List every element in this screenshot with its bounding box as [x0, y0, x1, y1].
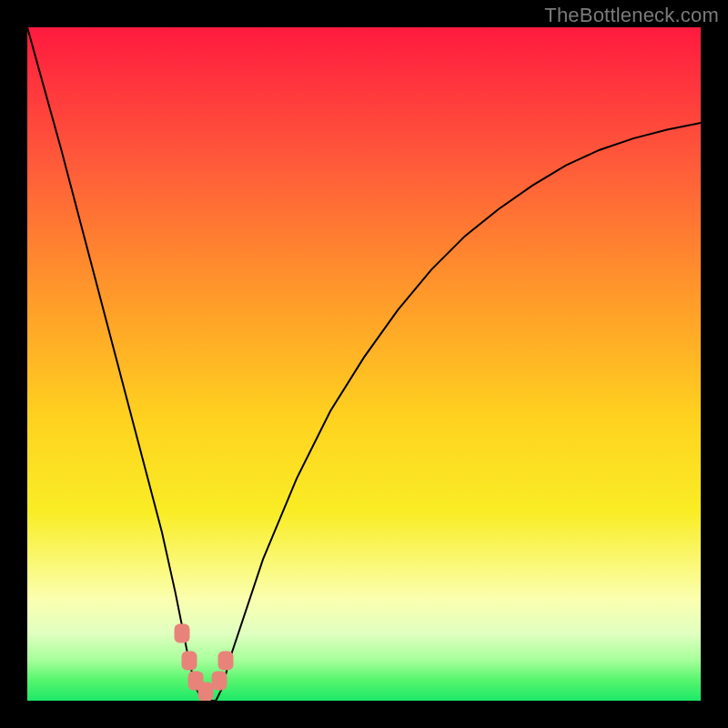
marker-layer: [27, 27, 701, 701]
min-marker: [181, 651, 197, 670]
watermark-text: TheBottleneck.com: [544, 4, 719, 27]
plot-area: [27, 27, 701, 701]
min-marker: [218, 651, 234, 670]
chart-frame: TheBottleneck.com: [0, 0, 728, 728]
min-marker: [175, 624, 190, 643]
min-marker: [211, 671, 227, 690]
